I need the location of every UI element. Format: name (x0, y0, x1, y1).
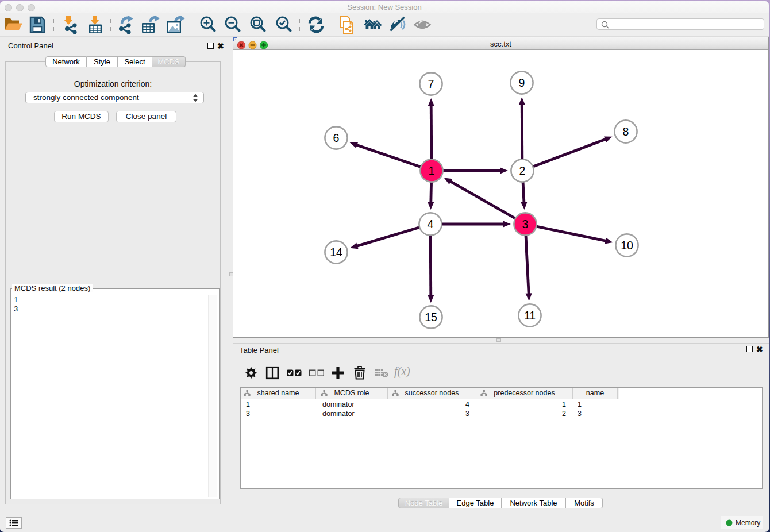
svg-text:9: 9 (519, 76, 525, 89)
svg-text:8: 8 (623, 125, 629, 138)
svg-text:1: 1 (429, 164, 435, 177)
svg-text:6: 6 (333, 132, 340, 144)
svg-text:14: 14 (330, 246, 342, 259)
svg-text:11: 11 (524, 309, 536, 322)
svg-text:7: 7 (428, 78, 434, 90)
svg-text:2: 2 (519, 164, 526, 177)
svg-text:15: 15 (425, 311, 437, 323)
svg-text:3: 3 (522, 218, 529, 230)
svg-text:4: 4 (428, 218, 434, 230)
svg-text:10: 10 (621, 239, 633, 252)
